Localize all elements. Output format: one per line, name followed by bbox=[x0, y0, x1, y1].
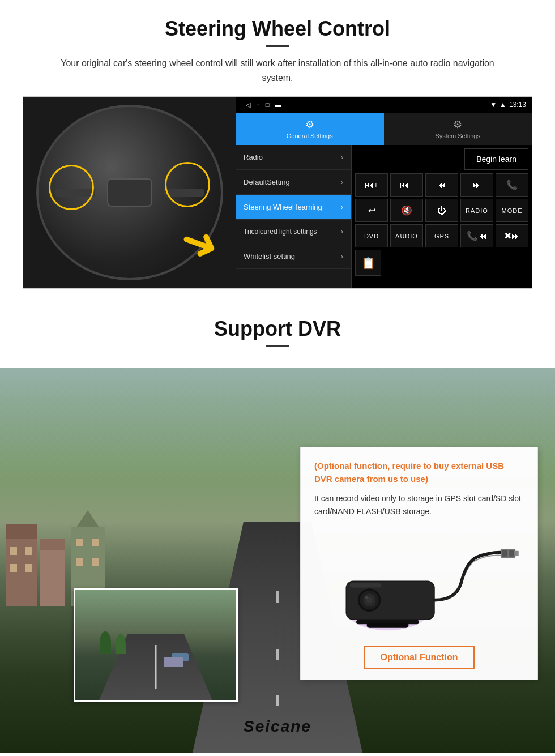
wifi-icon: ▲ bbox=[500, 101, 506, 109]
building-1 bbox=[6, 539, 37, 606]
dvr-description: It can record video only to storage in G… bbox=[314, 492, 524, 518]
steering-photo: ➜ bbox=[23, 97, 236, 288]
thumb-tree bbox=[100, 631, 111, 654]
settings-icon: ⚙ bbox=[305, 118, 314, 131]
chevron-right-icon: › bbox=[341, 178, 343, 186]
menu-steering-label: Steering Wheel learning bbox=[244, 203, 322, 211]
svg-rect-13 bbox=[514, 551, 518, 556]
wheel-center bbox=[107, 178, 152, 207]
window bbox=[76, 558, 83, 566]
optional-function-button[interactable]: Optional Function bbox=[364, 646, 475, 669]
chevron-right-icon: › bbox=[341, 253, 343, 260]
dvr-optional-note: (Optional function, require to buy exter… bbox=[314, 460, 524, 485]
svg-point-7 bbox=[365, 596, 369, 599]
recent-btn[interactable]: □ bbox=[266, 101, 270, 108]
dvr-camera-svg bbox=[314, 527, 524, 640]
android-panel: ◁ ○ □ ▬ ▼ ▲ 13:13 ⚙ General Settings ⚙ S… bbox=[236, 97, 532, 288]
tab-system-settings[interactable]: ⚙ System Settings bbox=[384, 113, 532, 145]
chevron-right-icon: › bbox=[341, 203, 343, 211]
menu-whitelist-label: Whitelist setting bbox=[244, 252, 295, 260]
ctrl-phone-next[interactable]: ✖⏭ bbox=[496, 224, 528, 247]
menu-item-tricoloured[interactable]: Tricoloured light settings › bbox=[236, 220, 351, 244]
window bbox=[92, 558, 99, 566]
thumb-road-line bbox=[155, 645, 157, 689]
system-icon: ⚙ bbox=[453, 118, 462, 131]
status-left: ◁ ○ □ ▬ bbox=[241, 101, 487, 109]
ctrl-prev[interactable]: ⏮ bbox=[425, 173, 458, 197]
window bbox=[92, 539, 99, 546]
window bbox=[25, 547, 32, 555]
dvr-divider bbox=[266, 345, 289, 347]
thumb-car-2 bbox=[164, 657, 183, 667]
signal-icon: ▼ bbox=[490, 101, 497, 109]
dvr-photo-container: (Optional function, require to buy exter… bbox=[0, 368, 555, 753]
steering-description: Your original car's steering wheel contr… bbox=[45, 56, 510, 85]
steering-title: Steering Wheel Control bbox=[23, 17, 532, 41]
dvr-section: Support DVR bbox=[0, 300, 555, 753]
window bbox=[10, 564, 17, 572]
settings-menu: Radio › DefaultSetting › Steering Wheel … bbox=[236, 145, 352, 288]
ctrl-mute[interactable]: 🔇 bbox=[390, 199, 423, 222]
highlight-circle-right bbox=[165, 162, 210, 207]
menu-item-steering-wheel[interactable]: Steering Wheel learning › bbox=[236, 195, 351, 220]
ctrl-hangup[interactable]: ↩ bbox=[355, 199, 388, 222]
ctrl-next[interactable]: ⏭ bbox=[460, 173, 493, 197]
dvr-info-card: (Optional function, require to buy exter… bbox=[300, 447, 538, 680]
ctrl-power[interactable]: ⏻ bbox=[425, 199, 458, 222]
svg-rect-14 bbox=[350, 583, 382, 587]
ctrl-gps[interactable]: GPS bbox=[425, 224, 458, 247]
ctrl-phone-prev[interactable]: 📞⏮ bbox=[460, 224, 493, 247]
home-btn[interactable]: ○ bbox=[256, 101, 260, 108]
ctrl-mode[interactable]: MODE bbox=[496, 199, 528, 222]
window bbox=[76, 539, 83, 546]
back-btn[interactable]: ◁ bbox=[246, 101, 250, 109]
svg-rect-12 bbox=[509, 550, 514, 557]
android-content: Radio › DefaultSetting › Steering Wheel … bbox=[236, 145, 532, 288]
window bbox=[10, 547, 17, 555]
window bbox=[25, 564, 32, 572]
tab-system-label: System Settings bbox=[436, 133, 480, 139]
dvr-title-area: Support DVR bbox=[0, 300, 555, 368]
ctrl-dvd[interactable]: DVD bbox=[355, 224, 388, 247]
dvr-camera-image bbox=[314, 527, 524, 640]
begin-learn-row: Begin learn bbox=[355, 148, 528, 170]
menu-tricoloured-label: Tricoloured light settings bbox=[244, 228, 317, 236]
ctrl-audio[interactable]: AUDIO bbox=[390, 224, 423, 247]
button-grid-area: Begin learn ⏮+ ⏮− ⏮ ⏭ 📞 ↩ 🔇 ⏻ RADIO bbox=[352, 145, 532, 288]
android-tabs: ⚙ General Settings ⚙ System Settings bbox=[236, 113, 532, 145]
control-buttons-row1: ⏮+ ⏮− ⏮ ⏭ 📞 ↩ 🔇 ⏻ RADIO MODE DVD AUDIO bbox=[355, 173, 528, 247]
ctrl-whitelist-icon[interactable]: 📋 bbox=[355, 250, 381, 276]
menu-item-radio[interactable]: Radio › bbox=[236, 145, 351, 170]
ctrl-vol-minus[interactable]: ⏮− bbox=[390, 173, 423, 197]
menu-default-label: DefaultSetting bbox=[244, 178, 290, 186]
menu-radio-label: Radio bbox=[244, 153, 263, 161]
menu-item-whitelist[interactable]: Whitelist setting › bbox=[236, 244, 351, 269]
ctrl-radio[interactable]: RADIO bbox=[460, 199, 493, 222]
ctrl-phone[interactable]: 📞 bbox=[496, 173, 528, 197]
svg-rect-11 bbox=[502, 550, 507, 557]
tab-general-settings[interactable]: ⚙ General Settings bbox=[236, 113, 384, 145]
chevron-right-icon: › bbox=[341, 153, 343, 161]
android-status-bar: ◁ ○ □ ▬ ▼ ▲ 13:13 bbox=[236, 97, 532, 113]
tab-general-label: General Settings bbox=[287, 133, 333, 139]
status-time: 13:13 bbox=[509, 101, 526, 109]
building-2 bbox=[40, 550, 65, 606]
svg-rect-9 bbox=[367, 622, 409, 627]
highlight-circle-left bbox=[49, 165, 94, 210]
chevron-right-icon: › bbox=[341, 228, 343, 236]
dvr-thumbnail bbox=[74, 588, 238, 702]
title-divider bbox=[266, 45, 289, 47]
steering-section: Steering Wheel Control Your original car… bbox=[0, 0, 555, 300]
seicane-brand: Seicane bbox=[244, 717, 311, 736]
ctrl-vol-plus[interactable]: ⏮+ bbox=[355, 173, 388, 197]
dvr-title: Support DVR bbox=[23, 317, 532, 341]
thumb-tree-2 bbox=[116, 634, 126, 654]
menu-item-default-setting[interactable]: DefaultSetting › bbox=[236, 170, 351, 195]
steering-demo-area: ➜ ◁ ○ □ ▬ ▼ ▲ 13:13 ⚙ General Setting bbox=[23, 96, 532, 289]
begin-learn-button[interactable]: Begin learn bbox=[464, 148, 528, 170]
menu-btn[interactable]: ▬ bbox=[275, 101, 281, 108]
